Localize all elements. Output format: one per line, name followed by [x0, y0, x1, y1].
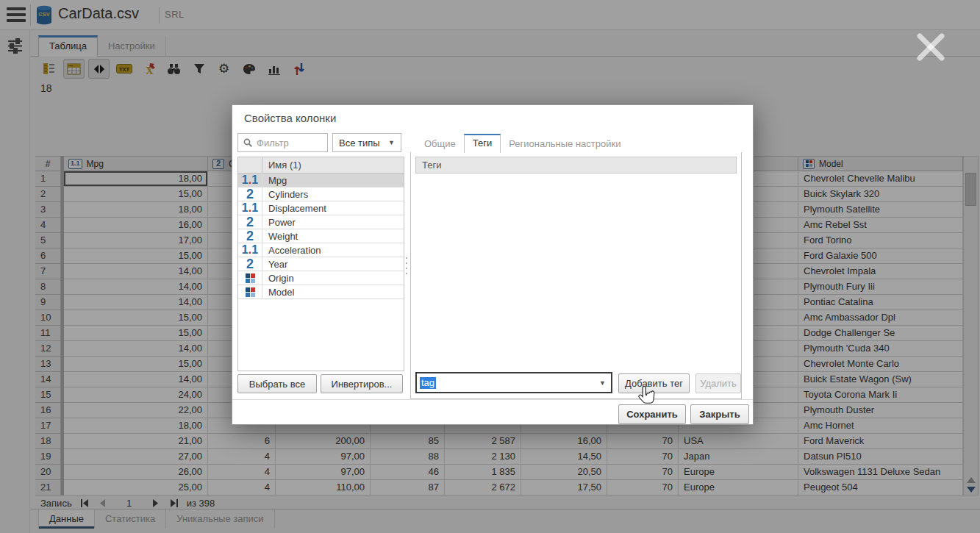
panel-splitter[interactable] [404, 249, 409, 282]
chevron-down-icon: ▼ [388, 139, 395, 146]
tab-regional-settings[interactable]: Региональные настройки [501, 135, 629, 152]
chevron-down-icon[interactable]: ▼ [599, 379, 606, 387]
type-icon-cell [238, 285, 262, 298]
dialog-column-row[interactable]: 2Cylinders [238, 187, 404, 201]
type-icon-cell: 2 [238, 229, 262, 243]
type-icon-cell: 2 [238, 215, 262, 229]
type-filter-value: Все типы [339, 137, 380, 149]
type-icon-cell [238, 271, 262, 285]
type-icon-cell: 1.1 [238, 243, 262, 257]
decimal-type-icon: 1.1 [242, 174, 258, 186]
tab-tags[interactable]: Теги [464, 134, 501, 153]
dialog-column-row[interactable]: 2Year [238, 257, 404, 271]
delete-tag-button[interactable]: Удалить [695, 373, 741, 393]
column-list: Имя (1) 1.1Mpg2Cylinders1.1Displacement2… [237, 157, 404, 371]
select-all-button[interactable]: Выбрать все [237, 374, 317, 393]
decimal-type-icon: 1.1 [242, 202, 258, 214]
app-window: CSV CarData.csv SRL Таблица Настройки [0, 0, 980, 533]
tab-general[interactable]: Общие [416, 135, 464, 152]
integer-type-icon: 2 [246, 229, 254, 243]
dialog-column-row[interactable]: 1.1Acceleration [238, 243, 404, 257]
type-icon-column [238, 157, 262, 173]
column-list-header-label: Имя (1) [262, 160, 301, 171]
filter-input[interactable]: Фильтр [237, 133, 328, 152]
dialog-column-name: Model [262, 287, 294, 298]
tag-input[interactable]: tag ▼ [415, 372, 612, 393]
decimal-type-icon: 1.1 [242, 244, 258, 256]
dialog-column-row[interactable]: Origin [238, 271, 404, 285]
dialog-column-row[interactable]: 2Weight [238, 229, 404, 243]
close-overlay-icon[interactable] [914, 30, 948, 67]
integer-type-icon: 2 [246, 257, 254, 271]
dialog-column-name: Mpg [262, 175, 287, 186]
dialog-column-name: Origin [262, 273, 294, 284]
type-icon-cell: 2 [238, 187, 262, 201]
dialog-column-name: Acceleration [262, 245, 321, 256]
column-properties-dialog: Свойства колонки Фильтр Все типы ▼ Имя (… [232, 104, 754, 425]
type-filter-dropdown[interactable]: Все типы ▼ [332, 133, 401, 152]
save-button[interactable]: Сохранить [618, 404, 686, 424]
type-icon-cell: 1.1 [238, 201, 262, 215]
tags-panel: Теги tag ▼ Добавить тег Удалить [410, 152, 742, 399]
divider [232, 399, 753, 400]
type-icon-cell: 1.1 [238, 174, 262, 187]
dialog-column-name: Cylinders [262, 189, 308, 200]
integer-type-icon: 2 [246, 215, 254, 229]
integer-type-icon: 2 [246, 187, 254, 201]
filter-placeholder: Фильтр [257, 137, 289, 149]
dialog-column-row[interactable]: 1.1Mpg [238, 174, 404, 187]
add-tag-button[interactable]: Добавить тег [618, 373, 690, 393]
dialog-column-row[interactable]: Model [238, 285, 404, 299]
dialog-column-name: Year [262, 259, 287, 270]
type-icon-cell: 2 [238, 257, 262, 271]
tag-input-selected-text: tag [420, 377, 436, 389]
search-icon [243, 138, 252, 147]
dialog-tab-bar: Общие Теги Региональные настройки [410, 135, 742, 153]
column-list-header: Имя (1) [238, 157, 404, 174]
dialog-column-name: Displacement [262, 203, 326, 214]
dialog-column-row[interactable]: 1.1Displacement [238, 201, 404, 215]
category-type-icon [246, 273, 255, 283]
close-button[interactable]: Закрыть [690, 404, 749, 424]
dialog-column-name: Weight [262, 231, 298, 242]
category-type-icon [246, 287, 255, 297]
dialog-title: Свойства колонки [244, 112, 336, 124]
invert-selection-button[interactable]: Инвертиров... [321, 374, 403, 393]
dialog-column-name: Power [262, 217, 296, 228]
tags-list-header: Теги [415, 157, 737, 174]
dialog-column-row[interactable]: 2Power [238, 215, 404, 229]
